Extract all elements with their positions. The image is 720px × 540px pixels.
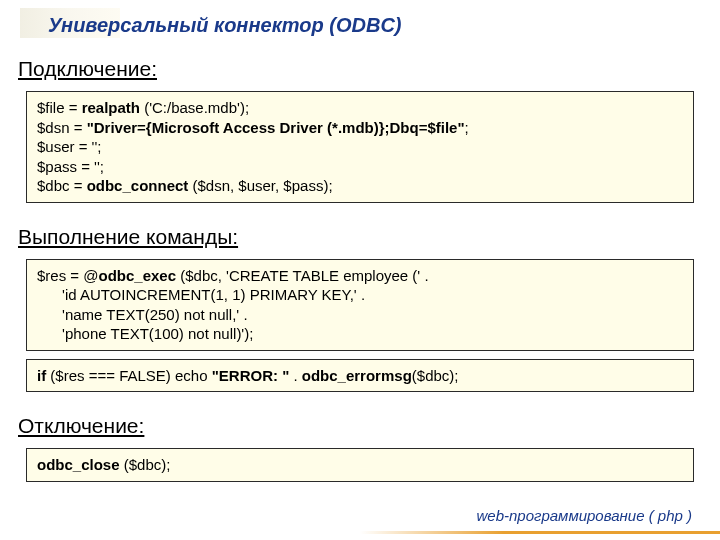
code-line: if ($res === FALSE) echo "ERROR: " . odb… xyxy=(37,366,683,386)
code-line: $pass = ''; xyxy=(37,157,683,177)
slide-header: Универсальный коннектор (ODBC) xyxy=(0,0,720,43)
code-line: $user = ''; xyxy=(37,137,683,157)
code-line: $res = @odbc_exec ($dbc, 'CREATE TABLE e… xyxy=(37,266,683,286)
code-line: 'id AUTOINCREMENT(1, 1) PRIMARY KEY,' . xyxy=(37,285,683,305)
code-box-connect: $file = realpath ('C:/base.mdb'); $dsn =… xyxy=(26,91,694,203)
code-box-disconnect: odbc_close ($dbc); xyxy=(26,448,694,482)
section-heading-connect: Подключение: xyxy=(0,43,720,87)
footer-accent-line xyxy=(360,531,720,534)
code-line: $dsn = "Driver={Microsoft Access Driver … xyxy=(37,118,683,138)
slide-title: Универсальный коннектор (ODBC) xyxy=(48,14,720,37)
section-heading-disconnect: Отключение: xyxy=(0,400,720,444)
slide-footer: web-программирование ( php ) xyxy=(476,507,692,524)
code-line: 'name TEXT(250) not null,' . xyxy=(37,305,683,325)
code-line: odbc_close ($dbc); xyxy=(37,455,683,475)
code-box-exec-error: if ($res === FALSE) echo "ERROR: " . odb… xyxy=(26,359,694,393)
code-line: 'phone TEXT(100) not null)'); xyxy=(37,324,683,344)
section-heading-exec: Выполнение команды: xyxy=(0,211,720,255)
code-line: $file = realpath ('C:/base.mdb'); xyxy=(37,98,683,118)
code-line: $dbc = odbc_connect ($dsn, $user, $pass)… xyxy=(37,176,683,196)
code-box-exec: $res = @odbc_exec ($dbc, 'CREATE TABLE e… xyxy=(26,259,694,351)
